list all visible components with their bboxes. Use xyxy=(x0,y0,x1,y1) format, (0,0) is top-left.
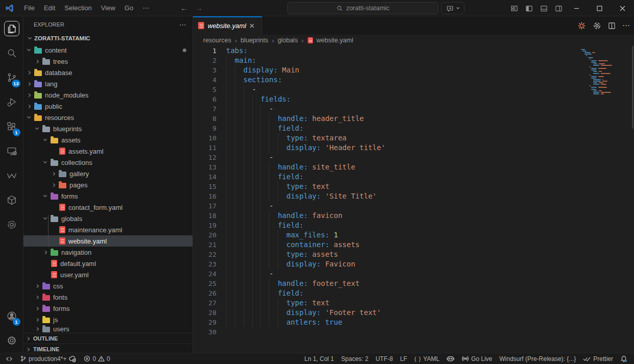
code-line-16[interactable]: 16 display: 'Site Title' xyxy=(193,191,634,201)
forward-arrow-icon[interactable]: → xyxy=(195,4,203,12)
notifications-bell[interactable] xyxy=(617,353,631,364)
openai-icon[interactable] xyxy=(593,21,601,30)
code-line-6[interactable]: 6 fields: xyxy=(193,94,634,104)
maximize-button[interactable] xyxy=(588,0,611,16)
tree-item-blueprints[interactable]: blueprints xyxy=(23,123,192,134)
back-arrow-icon[interactable]: ← xyxy=(180,4,188,12)
code-editor[interactable]: 1tabs:2 main:3 display: Main4 sections:5… xyxy=(193,46,634,353)
tree-item-trees[interactable]: trees xyxy=(23,56,192,67)
tree-item-lang[interactable]: lang xyxy=(23,78,192,89)
encoding[interactable]: UTF-8 xyxy=(372,353,397,364)
tree-item-website-yaml[interactable]: website.yaml xyxy=(23,235,192,247)
code-line-8[interactable]: 8 handle: header_title xyxy=(193,114,634,124)
code-line-3[interactable]: 3 display: Main xyxy=(193,65,634,75)
code-line-10[interactable]: 10 type: textarea xyxy=(193,133,634,143)
tree-item-users[interactable]: users xyxy=(23,325,192,332)
code-line-22[interactable]: 22 type: assets xyxy=(193,250,634,259)
code-line-30[interactable]: 30 xyxy=(193,327,634,337)
menu-view[interactable]: View xyxy=(96,0,120,16)
copilot-button[interactable] xyxy=(443,353,458,364)
problems-button[interactable]: 00 xyxy=(80,353,113,364)
indentation[interactable]: Spaces: 2 xyxy=(337,353,372,364)
explorer-more-icon[interactable]: ⋯ xyxy=(179,20,186,29)
toggle-secondary-sidebar-icon[interactable] xyxy=(555,5,563,12)
tree-item-js[interactable]: js xyxy=(23,314,192,325)
activity-openai-button[interactable] xyxy=(0,212,23,237)
code-line-28[interactable]: 28 display: 'Footer text' xyxy=(193,308,634,318)
toggle-panel-icon[interactable] xyxy=(540,5,548,12)
tree-item-public[interactable]: public xyxy=(23,101,192,112)
tree-item-forms[interactable]: forms xyxy=(23,190,192,202)
tree-item-collections[interactable]: collections xyxy=(23,157,192,168)
code-line-18[interactable]: 18 handle: favicon xyxy=(193,211,634,221)
breadcrumb-item[interactable]: globals xyxy=(278,37,298,44)
code-line-26[interactable]: 26 field: xyxy=(193,288,634,298)
tree-item-user-yaml[interactable]: user.yaml xyxy=(23,269,192,280)
menu-file[interactable]: File xyxy=(19,0,39,16)
tree-item-default-yaml[interactable]: default.yaml xyxy=(23,258,192,269)
customize-layout-icon[interactable] xyxy=(510,5,518,12)
git-branch-button[interactable]: production4*+ xyxy=(16,353,80,364)
activity-explorer-button[interactable] xyxy=(0,16,23,41)
activity-remote-explorer-button[interactable] xyxy=(0,139,23,163)
code-line-9[interactable]: 9 field: xyxy=(193,124,634,133)
prettier-status[interactable]: Prettier xyxy=(579,353,617,364)
tree-item-assets[interactable]: assets xyxy=(23,134,192,145)
tab-close-icon[interactable] xyxy=(250,23,254,28)
code-line-11[interactable]: 11 display: 'Header title' xyxy=(193,143,634,153)
command-center-search[interactable]: zoratti-statamic xyxy=(287,2,438,14)
activity-source-control-button[interactable]: 13 xyxy=(0,65,23,90)
activity-containers-button[interactable] xyxy=(0,188,23,212)
language-mode[interactable]: { }YAML xyxy=(411,353,443,364)
tree-item-maintenance-yaml[interactable]: maintenance.yaml xyxy=(23,224,192,235)
minimize-button[interactable] xyxy=(565,0,588,16)
code-line-23[interactable]: 23 display: Favicon xyxy=(193,259,634,269)
menu-go[interactable]: Go xyxy=(120,0,138,16)
code-line-15[interactable]: 15 type: text xyxy=(193,182,634,191)
workspace-root-row[interactable]: ZORATTI-STATAMIC xyxy=(23,32,192,44)
menu-edit[interactable]: Edit xyxy=(39,0,60,16)
cascade-starburst-icon[interactable] xyxy=(577,21,586,30)
tree-item-css[interactable]: css xyxy=(23,280,192,292)
split-editor-icon[interactable] xyxy=(608,22,616,30)
code-line-2[interactable]: 2 main: xyxy=(193,56,634,65)
breadcrumb-item[interactable]: blueprints xyxy=(240,37,268,44)
tree-item-node-modules[interactable]: node_modules xyxy=(23,89,192,101)
editor-more-icon[interactable]: ⋯ xyxy=(622,21,630,30)
go-live-button[interactable]: Go Live xyxy=(458,353,496,364)
eol[interactable]: LF xyxy=(397,353,411,364)
code-line-12[interactable]: 12 - xyxy=(193,153,634,162)
code-line-20[interactable]: 20 max_files: 1 xyxy=(193,230,634,240)
code-line-7[interactable]: 7 - xyxy=(193,104,634,114)
tree-item-assets-yaml[interactable]: assets.yaml xyxy=(23,145,192,157)
activity-run-and-debug-button[interactable] xyxy=(0,90,23,114)
toggle-sidebar-icon[interactable] xyxy=(525,5,533,12)
code-line-4[interactable]: 4 sections: xyxy=(193,75,634,85)
tree-item-database[interactable]: database xyxy=(23,67,192,78)
tree-item-forms[interactable]: forms xyxy=(23,303,192,314)
code-line-17[interactable]: 17 - xyxy=(193,201,634,211)
activity-extensions-button[interactable]: 1 xyxy=(0,114,23,139)
remote-window-button[interactable] xyxy=(2,353,16,364)
cursor-position[interactable]: Ln 1, Col 1 xyxy=(301,353,337,364)
section-outline[interactable]: OUTLINE xyxy=(23,333,192,344)
minimap[interactable] xyxy=(575,47,629,108)
tree-item-pages[interactable]: pages xyxy=(23,179,192,190)
windsurf-status[interactable]: Windsurf (Pre-Release): {...} xyxy=(496,353,579,364)
code-line-5[interactable]: 5 - xyxy=(193,85,634,94)
tree-item-contact-form-yaml[interactable]: contact_form.yaml xyxy=(23,202,192,213)
code-line-13[interactable]: 13 handle: site_title xyxy=(193,162,634,172)
code-line-29[interactable]: 29 antlers: true xyxy=(193,318,634,327)
tree-item-resources[interactable]: resources xyxy=(23,112,192,123)
code-line-1[interactable]: 1tabs: xyxy=(193,46,634,56)
tree-item-content[interactable]: content xyxy=(23,44,192,56)
editor-scrollbar[interactable] xyxy=(632,46,633,129)
code-line-24[interactable]: 24 - xyxy=(193,269,634,279)
code-line-27[interactable]: 27 type: text xyxy=(193,298,634,308)
cascade-chat-button[interactable] xyxy=(441,2,465,14)
tree-item-globals[interactable]: globals xyxy=(23,213,192,224)
code-line-19[interactable]: 19 field: xyxy=(193,221,634,230)
activity-windsurf-button[interactable] xyxy=(0,163,23,188)
menu-selection[interactable]: Selection xyxy=(60,0,96,16)
breadcrumb-file[interactable]: website.yaml xyxy=(307,37,353,44)
